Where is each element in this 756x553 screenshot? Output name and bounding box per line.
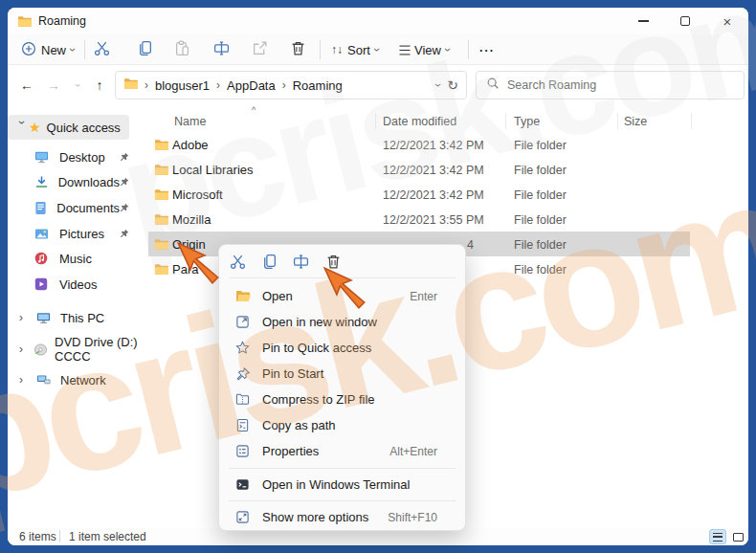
up-button[interactable]: ↑ <box>88 75 111 96</box>
view-button[interactable]: View › <box>400 34 450 65</box>
share-button[interactable] <box>252 34 268 65</box>
context-menu-mini-toolbar <box>219 245 465 276</box>
rename-button[interactable] <box>213 34 230 65</box>
maximize-button[interactable] <box>664 8 706 34</box>
cut-button[interactable] <box>226 250 249 273</box>
sidebar-item-this-pc[interactable]: › This PC <box>8 305 146 330</box>
star-outline-icon <box>234 341 251 355</box>
address-dropdown-chevron[interactable]: › <box>432 83 445 87</box>
sidebar-item-documents[interactable]: Documents <box>8 195 146 220</box>
paste-button[interactable] <box>174 34 190 65</box>
more-options-icon <box>234 510 251 524</box>
star-icon: ★ <box>29 120 41 135</box>
details-view-icon <box>713 533 723 542</box>
close-button[interactable]: × <box>706 8 748 34</box>
chevron-right-icon: › <box>19 343 28 356</box>
menu-item-compress-to-zip[interactable]: Compress to ZIP file <box>224 387 460 412</box>
sidebar-item-videos[interactable]: Videos <box>8 272 146 297</box>
folder-icon <box>17 14 32 32</box>
search-box[interactable] <box>476 71 745 100</box>
delete-button[interactable] <box>290 34 306 65</box>
column-divider[interactable] <box>617 113 618 129</box>
new-button[interactable]: New › <box>21 34 75 65</box>
sidebar-item-dvd-drive[interactable]: › DVD Drive (D:) CCCC <box>8 337 146 362</box>
zip-folder-icon <box>234 392 251 407</box>
menu-item-open[interactable]: Open Enter <box>224 283 460 309</box>
file-row-microsoft[interactable]: Microsoft 12/2/2021 3:42 PM File folder <box>148 182 690 207</box>
column-divider[interactable] <box>375 113 376 129</box>
cut-icon <box>94 40 110 59</box>
sort-button[interactable]: ↑↓ Sort › <box>331 34 379 65</box>
details-view-toggle[interactable] <box>709 529 726 544</box>
recent-locations-chevron[interactable]: › <box>67 75 90 96</box>
rename-button[interactable] <box>289 250 312 273</box>
music-icon <box>34 252 52 265</box>
properties-icon <box>234 444 251 458</box>
sidebar-item-music[interactable]: Music <box>8 246 146 271</box>
menu-item-pin-to-start[interactable]: Pin to Start <box>224 361 460 387</box>
menu-item-open-in-windows-terminal[interactable]: Open in Windows Terminal <box>224 472 460 498</box>
breadcrumb-item-user[interactable]: bloguser1 <box>155 78 210 93</box>
column-header-type[interactable]: Type <box>514 110 540 133</box>
back-button[interactable]: ← <box>15 75 38 96</box>
folder-icon <box>154 237 168 254</box>
minimize-button[interactable] <box>622 8 664 34</box>
menu-item-properties[interactable]: Properties Alt+Enter <box>224 438 460 464</box>
file-row-mozilla[interactable]: Mozilla 12/2/2021 3:55 PM File folder <box>148 207 690 232</box>
context-menu: Open Enter Open in new window Pin to Qui… <box>218 244 466 531</box>
address-row: ← → › ↑ › bloguser1 › AppData › Roaming … <box>8 65 748 105</box>
pictures-icon <box>34 228 52 240</box>
sidebar-item-downloads[interactable]: Downloads <box>8 169 146 194</box>
menu-divider <box>229 277 456 278</box>
toolbar-separator <box>84 40 85 59</box>
breadcrumb-item-appdata[interactable]: AppData <box>227 78 276 93</box>
desktop-background: Roaming × New › ↑↓ Sort <box>0 0 756 553</box>
rename-icon <box>213 40 230 59</box>
copy-button[interactable] <box>257 250 280 273</box>
chevron-right-icon: › <box>282 78 286 92</box>
chevron-down-icon: › <box>370 48 384 52</box>
refresh-icon[interactable]: ↻ <box>447 77 458 93</box>
breadcrumb[interactable]: › bloguser1 › AppData › Roaming › ↻ <box>115 71 467 100</box>
sort-arrows-icon: ↑↓ <box>331 43 343 56</box>
sidebar-item-network[interactable]: › Network <box>8 367 146 392</box>
chevron-right-icon: › <box>145 78 148 92</box>
more-options-button[interactable]: ⋯ <box>478 34 495 65</box>
folder-icon <box>154 188 168 205</box>
menu-item-show-more-options[interactable]: Show more options Shift+F10 <box>224 504 460 530</box>
window-title: Roaming <box>38 14 86 28</box>
menu-item-pin-to-quick-access[interactable]: Pin to Quick access <box>224 335 460 361</box>
file-row-local-libraries[interactable]: Local Libraries 12/2/2021 3:42 PM File f… <box>148 157 690 182</box>
column-header-name[interactable]: Name <box>174 110 206 133</box>
large-icons-view-icon <box>733 533 744 542</box>
column-divider[interactable] <box>505 113 506 129</box>
selection-count: 1 item selected <box>69 530 146 543</box>
sidebar-item-pictures[interactable]: Pictures <box>8 221 146 246</box>
menu-item-open-in-new-window[interactable]: Open in new window <box>224 309 460 335</box>
large-icons-view-toggle[interactable] <box>729 529 746 544</box>
share-icon <box>252 40 268 59</box>
file-row-adobe[interactable]: Adobe 12/2/2021 3:42 PM File folder <box>148 132 690 157</box>
cut-button[interactable] <box>94 34 110 65</box>
sidebar-item-desktop[interactable]: Desktop <box>8 144 146 169</box>
pin-icon <box>120 177 129 187</box>
breadcrumb-item-roaming[interactable]: Roaming <box>293 78 343 93</box>
menu-item-copy-as-path[interactable]: Copy as path <box>224 412 460 438</box>
forward-button[interactable]: → <box>42 75 65 96</box>
pin-outline-icon <box>234 367 251 381</box>
search-input[interactable] <box>507 78 734 92</box>
column-header-size[interactable]: Size <box>624 110 647 133</box>
column-header-date-modified[interactable]: Date modified <box>383 110 456 133</box>
downloads-icon <box>34 175 51 188</box>
sidebar-item-quick-access[interactable]: › ★ Quick access <box>8 115 129 140</box>
menu-divider <box>229 500 456 501</box>
copy-button[interactable] <box>137 34 153 65</box>
menu-divider <box>229 468 456 469</box>
chevron-right-icon: › <box>19 311 31 324</box>
window-controls: × <box>622 8 748 34</box>
terminal-icon <box>234 477 251 492</box>
this-pc-icon <box>36 311 54 324</box>
column-divider[interactable] <box>691 113 692 129</box>
chevron-right-icon: › <box>216 78 220 92</box>
delete-button[interactable] <box>322 250 345 273</box>
